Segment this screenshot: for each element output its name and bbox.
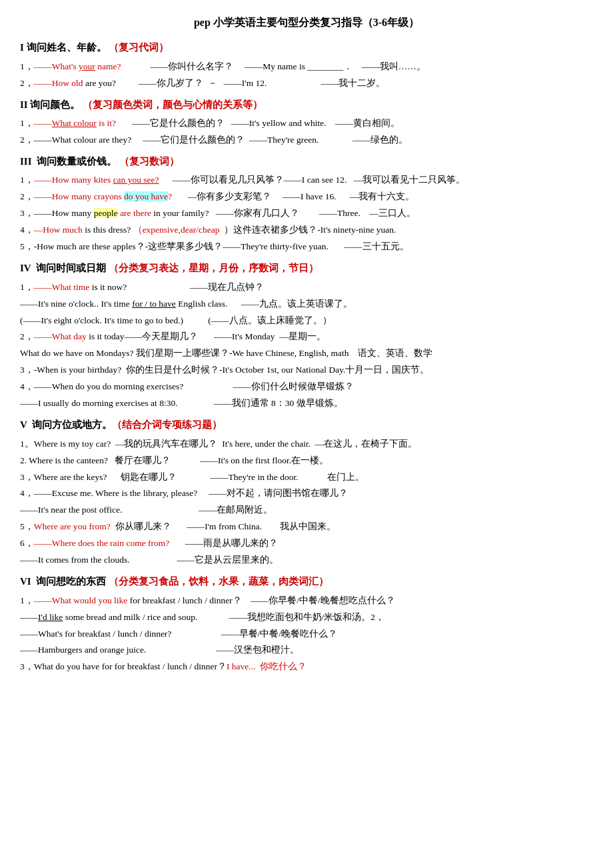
section-III-heading: III 询问数量或价钱。 （复习数词） [20,153,593,171]
section-II-heading: II 询问颜色。 （复习颜色类词，颜色与心情的关系等） [20,97,593,114]
section-II-line1: 1，——What colour is it? ——它是什么颜色的？ ——It's… [20,116,593,131]
section-III-line3: 3，——How many people are there in your fa… [20,206,593,221]
section-VI-line1: 1，——What would you like for breakfast / … [20,593,593,609]
section-IV-line2: ——It's nine o'clock.. It's time for / to… [20,297,593,312]
section-V-line1: 1。Where is my toy car? —我的玩具汽车在哪儿？ It's … [20,437,593,452]
section-VI-heading: VI 询问想吃的东西 （分类复习食品，饮料，水果，蔬菜，肉类词汇） [20,573,593,591]
section-V-line8: ——It comes from the clouds. ——它是从云层里来的。 [20,553,593,568]
section-V-line3: 3，Where are the keys? 钥匙在哪儿？ ——They're i… [20,470,593,485]
section-V-line6: 5，Where are you from? 你从哪儿来？ ——I'm from … [20,519,593,535]
section-IV-line7: 4，——When do you do morning exercises? ——… [20,379,593,395]
section-VI-line5: 3，What do you have for for breakfast / l… [20,659,593,675]
section-IV-line8: ——I usually do morning exercises at 8:30… [20,396,593,411]
section-VI-line2: ——I'd like some bread and milk / rice an… [20,610,593,625]
section-III-line2: 2，——How many crayons do you have? —你有多少支… [20,189,593,205]
section-I-line2: 2，——How old are you? ——你几岁了？ － ——I'm 12.… [20,76,593,91]
section-IV-heading: IV 询问时间或日期 （分类复习表达，星期，月份，序数词，节日） [20,260,593,277]
section-V-heading: V 询问方位或地方。（结合介词专项练习题） [20,417,593,434]
section-III-line5: 5，-How much are these apples？-这些苹果多少钱？——… [20,239,593,255]
section-III-line4: 4，—How much is this dress? （expensive,de… [20,223,593,238]
section-IV-line3: (——It's eight o'clock. It's time to go t… [20,313,593,329]
section-V-line7: 6，——Where does the rain come from? ——雨是从… [20,536,593,551]
section-V-line5: ——It's near the post office. ——在邮局附近。 [20,503,593,518]
section-I-heading: I 询问姓名、年龄。 （复习代词） [20,39,593,57]
page-title: pep 小学英语主要句型分类复习指导（3-6年级） [20,13,593,31]
section-VI-line3: ——What's for breakfast / lunch / dinner?… [20,627,593,642]
section-IV-line1: 1，——What time is it now? ——现在几点钟？ [20,280,593,295]
section-I-line1: 1，——What's your name? ——你叫什么名字？ ——My nam… [20,59,593,75]
section-III-line1: 1，——How many kites can you see? ——你可以看见几… [20,173,593,188]
section-V-line4: 4，——Excuse me. Where is the library, ple… [20,486,593,501]
section-V-line2: 2. Where is the canteen? 餐厅在哪儿？ ——It's o… [20,453,593,469]
section-IV-line4: 2，——What day is it today——今天星期几？ ——It's … [20,329,593,345]
section-VI-line4: ——Hamburgers and orange juice. ——汉堡包和橙汁。 [20,643,593,658]
section-IV-line5: What do we have on Mondays? 我们星期一上哪些课？-W… [20,346,593,361]
section-II-line2: 2，——What colour are they? ——它们是什么颜色的？ ——… [20,133,593,148]
section-IV-line6: 3，-When is your birthday? 你的生日是什么时候？-It'… [20,363,593,378]
